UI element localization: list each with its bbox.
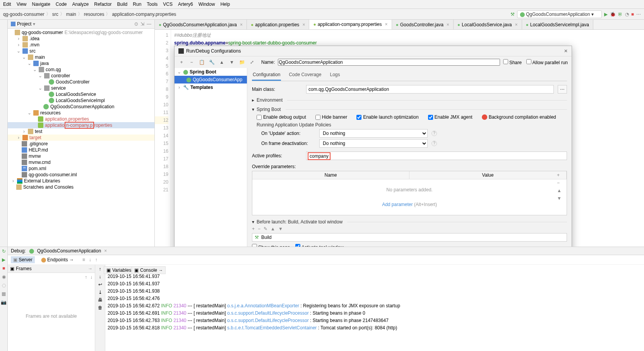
step-into-icon[interactable]: ↓ xyxy=(89,257,91,262)
tree-idea[interactable]: .idea xyxy=(29,36,39,41)
tab-endpoints[interactable]: ⬤ Endpoints → xyxy=(39,256,76,263)
run-icon[interactable]: ▶ xyxy=(604,12,608,17)
more-icon[interactable]: ⋯ xyxy=(636,12,641,17)
up-icon[interactable]: ↑ xyxy=(99,266,101,272)
on-update-select[interactable]: Do nothing xyxy=(319,129,428,138)
remove-icon[interactable]: − xyxy=(557,180,562,186)
step-out-icon[interactable]: ↑ xyxy=(95,257,98,262)
camera-icon[interactable]: 📷 xyxy=(1,300,7,305)
step-over-icon[interactable]: ≡ xyxy=(82,257,85,262)
config-item-app[interactable]: ⬤QgGoodsConsumerApp xyxy=(175,76,247,83)
add-icon[interactable]: + xyxy=(557,172,562,178)
clear-icon[interactable]: 🗑 xyxy=(98,305,103,310)
tree-test[interactable]: test xyxy=(35,129,42,134)
close-icon[interactable]: × xyxy=(515,22,518,27)
expand-icon[interactable]: ⤢ xyxy=(249,60,255,65)
config-tree[interactable]: ⌄⬤Spring Boot ⬤QgGoodsConsumerApp ›🔧Temp… xyxy=(175,68,247,263)
tree-mvnw[interactable]: mvnw xyxy=(29,153,41,159)
tree-local-service[interactable]: LocalGoodsService xyxy=(56,92,96,97)
tree-pkg[interactable]: com.qg xyxy=(46,67,61,72)
menu-code[interactable]: Code xyxy=(56,2,67,7)
tree-src[interactable]: src xyxy=(29,48,36,54)
copy-icon[interactable]: 📋 xyxy=(199,60,205,65)
close-icon[interactable]: × xyxy=(447,22,449,27)
tree-goods-controller[interactable]: GoodsController xyxy=(56,79,89,85)
bc-main[interactable]: main xyxy=(66,12,76,17)
tree-mvn[interactable]: .mvn xyxy=(29,42,39,48)
menu-view[interactable]: View xyxy=(17,2,27,7)
menu-artery6[interactable]: Artery6 xyxy=(178,2,193,7)
console-header[interactable]: ▣Console → xyxy=(132,266,166,274)
menu-tools[interactable]: Tools xyxy=(147,2,158,7)
before-launch-item[interactable]: ⚒Build xyxy=(252,233,567,242)
bc-src[interactable]: src xyxy=(52,12,58,17)
menu-edit[interactable]: Edit xyxy=(3,2,11,7)
tree-local-service-impl[interactable]: LocalGoodsServiceImpl xyxy=(56,98,105,103)
close-icon[interactable]: × xyxy=(240,22,243,27)
tab-server[interactable]: ▣ Server xyxy=(11,256,35,263)
allow-parallel-checkbox[interactable]: Allow parallel run xyxy=(526,59,568,65)
menu-run[interactable]: Run xyxy=(133,2,141,7)
close-icon[interactable]: × xyxy=(302,22,305,27)
console-toolbar[interactable]: ↑ ↓ ↩ ⤓ 🖶 🗑 xyxy=(95,265,105,351)
share-checkbox[interactable]: Share xyxy=(503,59,522,65)
resume-icon[interactable]: ▶ xyxy=(2,257,5,262)
browse-button[interactable]: … xyxy=(558,85,567,94)
up-icon[interactable]: ▲ xyxy=(557,188,562,193)
config-group-springboot[interactable]: ⌄⬤Spring Boot xyxy=(175,68,247,76)
rerun-icon[interactable]: ↻ xyxy=(2,249,6,254)
layout-icon[interactable]: ▦ xyxy=(2,291,6,296)
tree-mvnwcmd[interactable]: mvnw.cmd xyxy=(29,160,51,165)
hide-banner-checkbox[interactable]: Hide banner xyxy=(315,114,347,120)
tree-service[interactable]: service xyxy=(51,85,66,91)
profile-icon[interactable]: ◔ xyxy=(625,12,629,17)
print-icon[interactable]: 🖶 xyxy=(98,297,103,303)
tree-ext-lib[interactable]: External Libraries xyxy=(24,178,60,184)
menu-window[interactable]: Window xyxy=(199,2,215,7)
bc-resources[interactable]: resources xyxy=(84,12,104,17)
down-icon[interactable]: ▼ xyxy=(557,196,562,201)
close-icon[interactable]: × xyxy=(385,22,388,27)
before-launch-section[interactable]: ▾Before launch: Build, Activate tool win… xyxy=(252,219,567,225)
environment-section[interactable]: ▸Environment xyxy=(252,97,567,103)
tree-resources[interactable]: resources xyxy=(40,110,61,116)
stop-icon[interactable]: ■ xyxy=(2,266,5,271)
close-icon[interactable]: ✕ xyxy=(564,48,568,54)
tree-scratches[interactable]: Scratches and Consoles xyxy=(23,184,74,190)
add-icon[interactable]: + xyxy=(178,60,185,65)
down-icon[interactable]: ▼ xyxy=(278,226,283,232)
override-params-table[interactable]: Name Value No parameters added. Add para… xyxy=(252,171,567,215)
menu-help[interactable]: Help xyxy=(220,2,230,7)
help-icon[interactable]: ? xyxy=(432,141,437,146)
tree-java[interactable]: java xyxy=(40,61,49,66)
tree-app-props[interactable]: application.properties xyxy=(45,116,89,122)
menu-build[interactable]: Build xyxy=(117,2,128,7)
tab-configuration[interactable]: Configuration xyxy=(252,70,281,81)
project-panel-header[interactable]: Project ▾ ⊙ ⇲ — xyxy=(8,20,154,29)
breadcrumb[interactable]: qg-goods-consumer〉 src〉 main〉 resources〉… xyxy=(3,11,176,17)
config-name-input[interactable] xyxy=(278,59,500,66)
down-icon[interactable]: ↓ xyxy=(99,274,101,279)
help-icon[interactable]: ? xyxy=(432,131,437,136)
tab-app-company-props[interactable]: ●application-company.properties× xyxy=(309,20,392,30)
menu-refactor[interactable]: Refactor xyxy=(94,2,111,7)
editor-tabs[interactable]: ●QgGoodsConsumerApplication.java× ●appli… xyxy=(155,20,644,30)
frames-header[interactable]: ▣Frames → xyxy=(8,265,95,273)
stop-icon[interactable]: ■ xyxy=(631,12,634,17)
down-icon[interactable]: ↓ xyxy=(90,274,92,280)
tab-local-service[interactable]: ●LocalGoodsService.java× xyxy=(454,20,522,29)
tab-logs[interactable]: Logs xyxy=(329,70,341,81)
tree-pom[interactable]: pom.xml xyxy=(29,166,46,171)
main-menu[interactable]: Edit View Navigate Code Analyze Refactor… xyxy=(0,0,644,9)
settings-icon[interactable]: ⊙ xyxy=(134,21,138,27)
tab-goods-controller[interactable]: ●GoodsController.java× xyxy=(392,20,454,29)
tree-app[interactable]: QgGoodsConsumerApplication xyxy=(50,104,114,109)
dialog-titlebar[interactable]: Run/Debug Configurations ✕ xyxy=(175,46,572,56)
debug-icon[interactable]: 🐞 xyxy=(610,12,616,17)
debug-left-toolbar[interactable]: ↻ ▶ ■ ◉ ◌ ▦ 📷 xyxy=(0,247,8,351)
tree-target[interactable]: target xyxy=(29,135,41,140)
active-profiles-input[interactable] xyxy=(306,152,567,160)
config-tabs[interactable]: Configuration Code Coverage Logs xyxy=(252,70,567,81)
add-parameter-link[interactable]: Add parameter xyxy=(382,202,413,207)
build-icon[interactable]: ⚒ xyxy=(510,12,515,17)
